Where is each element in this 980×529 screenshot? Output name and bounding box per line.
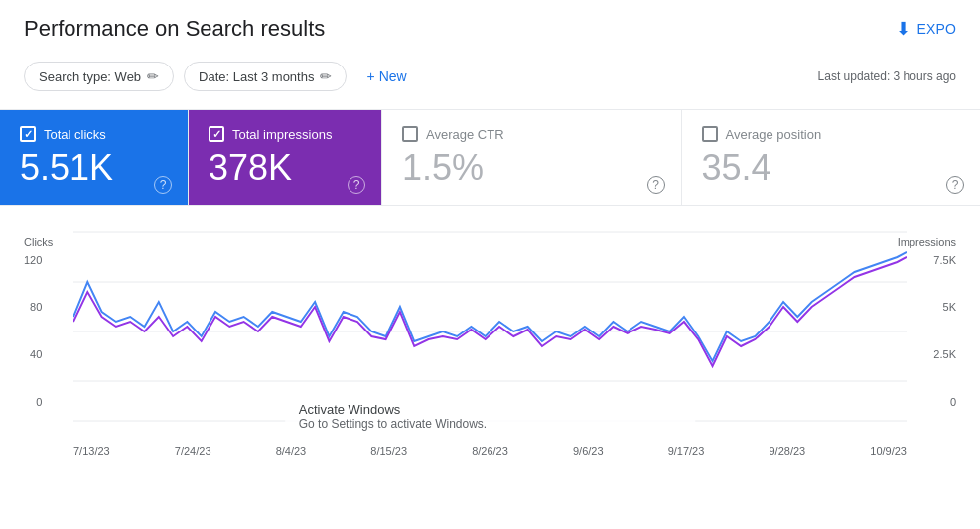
metric-value-position: 35.4 xyxy=(702,148,961,188)
last-updated-label: Last updated: 3 hours ago xyxy=(818,69,956,83)
download-icon: ⬇ xyxy=(896,18,910,40)
date-label: Date: Last 3 months xyxy=(199,69,314,84)
x-label-6: 9/17/23 xyxy=(668,445,705,457)
y-label-right-3: 0 xyxy=(933,396,956,408)
y-label-left-3: 0 xyxy=(24,396,42,408)
metric-card-total-clicks[interactable]: Total clicks 5.51K ? xyxy=(0,110,189,205)
y-label-left-1: 80 xyxy=(24,301,42,313)
edit-icon-date: ✏ xyxy=(320,68,332,84)
metric-value-impressions: 378K xyxy=(209,148,361,188)
y-label-right-0: 7.5K xyxy=(933,254,956,266)
metrics-row: Total clicks 5.51K ? Total impressions 3… xyxy=(0,109,980,206)
y-axis-title-left: Clicks xyxy=(24,236,53,248)
date-filter[interactable]: Date: Last 3 months ✏ xyxy=(184,62,347,91)
chart-area: Clicks 120 80 40 0 Impressions 7.5K 5K 2… xyxy=(0,206,980,464)
x-label-4: 8/26/23 xyxy=(472,445,508,457)
clicks-line xyxy=(73,252,907,361)
page: Performance on Search results ⬇ EXPO Sea… xyxy=(0,0,980,529)
metric-label-position: Average position xyxy=(726,127,822,142)
metric-card-average-ctr[interactable]: Average CTR 1.5% ? xyxy=(382,110,682,205)
x-axis-labels: 7/13/23 7/24/23 8/4/23 8/15/23 8/26/23 9… xyxy=(73,445,907,457)
help-icon-clicks[interactable]: ? xyxy=(154,176,172,194)
edit-icon: ✏ xyxy=(147,68,159,84)
new-label: New xyxy=(379,68,407,84)
help-icon-ctr[interactable]: ? xyxy=(647,176,665,194)
metric-label-ctr: Average CTR xyxy=(426,127,504,142)
header: Performance on Search results ⬇ EXPO xyxy=(0,0,980,54)
metric-value-ctr: 1.5% xyxy=(402,148,661,188)
x-label-7: 9/28/23 xyxy=(769,445,805,457)
metric-value-clicks: 5.51K xyxy=(20,148,168,188)
metric-checkbox-clicks[interactable] xyxy=(20,126,36,142)
metric-checkbox-position[interactable] xyxy=(702,126,718,142)
x-label-8: 10/9/23 xyxy=(870,445,907,457)
metric-label-impressions: Total impressions xyxy=(232,127,332,142)
plus-icon: + xyxy=(366,68,374,84)
chart-svg-container xyxy=(73,222,907,441)
help-icon-position[interactable]: ? xyxy=(946,176,964,194)
metric-card-total-impressions[interactable]: Total impressions 378K ? xyxy=(189,110,382,205)
metric-checkbox-impressions[interactable] xyxy=(209,126,224,142)
x-label-2: 8/4/23 xyxy=(276,445,307,457)
y-label-right-2: 2.5K xyxy=(933,348,956,360)
search-type-filter[interactable]: Search type: Web ✏ xyxy=(24,62,174,91)
y-label-left-0: 120 xyxy=(24,254,42,266)
y-label-left-2: 40 xyxy=(24,348,42,360)
new-button[interactable]: + New xyxy=(356,63,416,90)
impressions-line xyxy=(73,257,907,366)
metric-checkbox-ctr[interactable] xyxy=(402,126,418,142)
search-type-label: Search type: Web xyxy=(39,69,141,84)
x-label-1: 7/24/23 xyxy=(175,445,211,457)
metric-label-clicks: Total clicks xyxy=(44,127,106,142)
y-label-right-1: 5K xyxy=(933,301,956,313)
filter-bar: Search type: Web ✏ Date: Last 3 months ✏… xyxy=(0,54,980,101)
x-label-0: 7/13/23 xyxy=(73,445,110,457)
x-label-5: 9/6/23 xyxy=(573,445,604,457)
page-title: Performance on Search results xyxy=(24,16,325,42)
line-chart xyxy=(73,222,907,441)
export-label: EXPO xyxy=(917,21,956,37)
metric-card-average-position[interactable]: Average position 35.4 ? xyxy=(682,110,981,205)
export-button[interactable]: ⬇ EXPO xyxy=(896,18,956,40)
help-icon-impressions[interactable]: ? xyxy=(348,176,365,194)
x-label-3: 8/15/23 xyxy=(370,445,407,457)
